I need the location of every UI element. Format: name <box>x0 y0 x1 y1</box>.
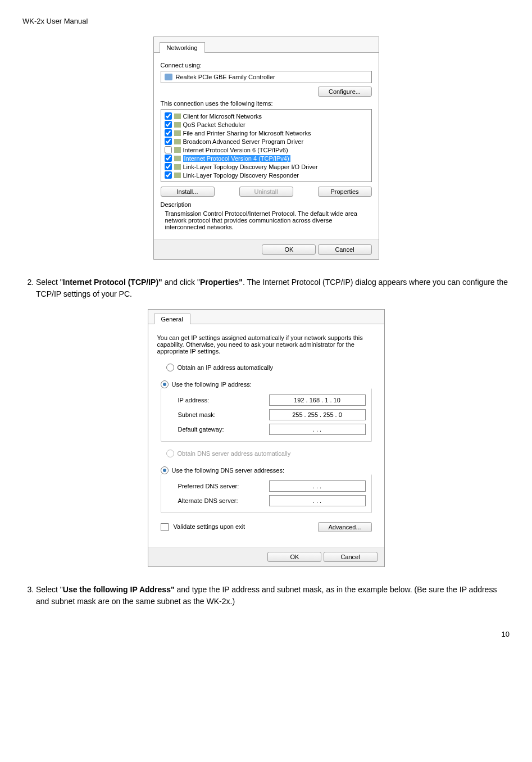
item-checkbox[interactable] <box>165 171 172 179</box>
step-2: Select "Internet Protocol (TCP/IP)" and … <box>36 276 510 300</box>
cancel-button[interactable]: Cancel <box>324 552 378 562</box>
radio-icon <box>166 364 174 371</box>
item-checkbox[interactable] <box>165 129 172 137</box>
item-label: Internet Protocol Version 6 (TCP/IPv6) <box>183 147 288 153</box>
radio-label: Obtain an IP address automatically <box>178 364 273 371</box>
alternate-dns-input[interactable]: . . . <box>269 495 366 506</box>
radio-icon <box>161 466 169 474</box>
install-button[interactable]: Install... <box>161 187 215 197</box>
advanced-button[interactable]: Advanced... <box>318 522 372 532</box>
adapter-name: Realtek PCIe GBE Family Controller <box>176 74 275 80</box>
network-item-icon <box>174 173 181 178</box>
item-label-selected: Internet Protocol Version 4 (TCP/IPv4) <box>183 155 290 162</box>
list-item[interactable]: Client for Microsoft Networks <box>163 112 369 120</box>
alternate-dns-label: Alternate DNS server: <box>178 497 238 504</box>
item-label: Client for Microsoft Networks <box>183 113 262 120</box>
networking-properties-dialog: Networking Connect using: Realtek PCIe G… <box>153 37 379 260</box>
step-3: Select "Use the following IP Address" an… <box>36 584 510 607</box>
list-item[interactable]: Internet Protocol Version 6 (TCP/IPv6) <box>163 146 369 154</box>
subnet-mask-input[interactable]: 255 . 255 . 255 . 0 <box>269 409 366 420</box>
networking-tab[interactable]: Networking <box>160 42 205 53</box>
network-item-icon <box>174 130 181 136</box>
validate-settings-checkbox[interactable]: Validate settings upon exit <box>161 523 245 531</box>
description-title: Description <box>161 201 372 208</box>
radio-icon <box>161 380 169 388</box>
page-number: 10 <box>22 630 510 638</box>
configure-button[interactable]: Configure... <box>318 87 372 97</box>
intro-text: You can get IP settings assigned automat… <box>157 334 375 355</box>
network-item-icon <box>174 156 181 161</box>
connection-items-list[interactable]: Client for Microsoft Networks QoS Packet… <box>161 109 372 182</box>
validate-label: Validate settings upon exit <box>174 523 245 530</box>
network-item-icon <box>174 164 181 170</box>
preferred-dns-label: Preferred DNS server: <box>178 483 239 489</box>
checkbox-icon <box>161 523 169 531</box>
connect-using-label: Connect using: <box>161 62 372 69</box>
item-checkbox[interactable] <box>165 138 172 145</box>
network-item-icon <box>174 139 181 144</box>
list-item[interactable]: Internet Protocol Version 4 (TCP/IPv4) <box>163 154 369 162</box>
item-checkbox[interactable] <box>165 112 172 120</box>
network-item-icon <box>174 114 181 119</box>
item-label: Broadcom Advanced Server Program Driver <box>183 138 304 145</box>
list-item[interactable]: QoS Packet Scheduler <box>163 120 369 129</box>
item-checkbox[interactable] <box>165 155 172 162</box>
ip-address-label: IP address: <box>178 397 209 403</box>
item-checkbox[interactable] <box>165 146 172 153</box>
radio-obtain-ip-auto[interactable]: Obtain an IP address automatically <box>166 362 366 373</box>
list-item[interactable]: Link-Layer Topology Discovery Responder <box>163 171 369 179</box>
default-gateway-input[interactable]: . . . <box>269 424 366 435</box>
item-checkbox[interactable] <box>165 163 172 170</box>
ip-address-input[interactable]: 192 . 168 . 1 . 10 <box>269 394 366 406</box>
list-item[interactable]: Broadcom Advanced Server Program Driver <box>163 137 369 146</box>
item-label: QoS Packet Scheduler <box>183 121 245 128</box>
general-tab[interactable]: General <box>154 314 190 324</box>
item-label: Link-Layer Topology Discovery Responder <box>183 172 299 179</box>
properties-button[interactable]: Properties <box>318 187 372 197</box>
subnet-mask-label: Subnet mask: <box>178 411 216 418</box>
radio-label: Use the following IP address: <box>172 381 252 388</box>
document-header: WK-2x User Manual <box>22 17 510 25</box>
network-item-icon <box>174 147 181 153</box>
ok-button[interactable]: OK <box>267 552 321 562</box>
default-gateway-label: Default gateway: <box>178 426 224 433</box>
uninstall-button: Uninstall <box>239 187 293 197</box>
preferred-dns-input[interactable]: . . . <box>269 480 366 492</box>
adapter-icon <box>165 74 172 80</box>
ok-button[interactable]: OK <box>262 244 316 255</box>
network-item-icon <box>174 122 181 128</box>
items-list-label: This connection uses the following items… <box>161 100 372 107</box>
radio-label: Obtain DNS server address automatically <box>178 450 291 457</box>
tcpip-properties-dialog: General You can get IP settings assigned… <box>148 309 385 567</box>
item-label: Link-Layer Topology Discovery Mapper I/O… <box>183 164 318 170</box>
list-item[interactable]: File and Printer Sharing for Microsoft N… <box>163 129 369 137</box>
radio-obtain-dns-auto: Obtain DNS server address automatically <box>166 448 366 459</box>
adapter-field[interactable]: Realtek PCIe GBE Family Controller <box>161 71 372 83</box>
radio-icon <box>166 450 174 457</box>
list-item[interactable]: Link-Layer Topology Discovery Mapper I/O… <box>163 162 369 171</box>
cancel-button[interactable]: Cancel <box>318 244 372 255</box>
radio-label: Use the following DNS server addresses: <box>172 467 285 474</box>
item-checkbox[interactable] <box>165 121 172 128</box>
item-label: File and Printer Sharing for Microsoft N… <box>183 130 311 137</box>
description-text: Transmission Control Protocol/Internet P… <box>165 210 372 230</box>
